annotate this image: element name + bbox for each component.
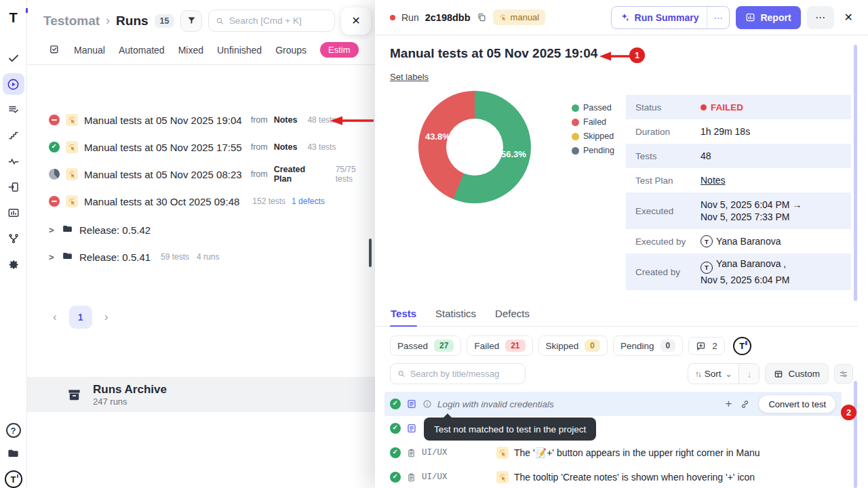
help-icon[interactable]: ?	[6, 423, 21, 438]
filter-button[interactable]	[180, 10, 202, 32]
legend-label: Skipped	[583, 131, 614, 141]
assignee-avatar[interactable]: T	[733, 337, 751, 355]
runs-nav-icon[interactable]	[3, 73, 24, 95]
report-button[interactable]: Report	[736, 6, 800, 29]
detail-scrollbar-bottom[interactable]	[854, 381, 857, 488]
search-input[interactable]	[229, 16, 328, 26]
testomat-logo-icon[interactable]: T	[3, 7, 24, 28]
info-icon	[422, 399, 432, 409]
tab-unfinished[interactable]: Unfinished	[217, 45, 262, 56]
release-title[interactable]: Release: 0.5.41	[79, 251, 151, 263]
release-row[interactable]: > Release: 0.5.42	[27, 216, 375, 243]
close-panel-button[interactable]: ✕	[341, 7, 371, 35]
test-passed-icon	[390, 472, 401, 483]
run-summary-button[interactable]: Run Summary	[612, 7, 707, 28]
run-title[interactable]: Manual tests at 05 Nov 2025 17:55	[84, 142, 242, 153]
settings-gear-icon[interactable]	[3, 253, 24, 275]
run-title[interactable]: Manual tests at 05 Nov 2025 19:04	[84, 115, 242, 126]
test-list-icon[interactable]	[3, 99, 24, 121]
detail-scrollbar-top[interactable]	[854, 45, 857, 301]
annotation-marker-1: 1	[629, 47, 645, 63]
run-row[interactable]: Manual tests at 05 Nov 2025 17:55 from N…	[27, 134, 375, 161]
prev-page-button[interactable]: ‹	[53, 310, 57, 324]
branch-icon[interactable]	[3, 228, 24, 249]
runs-archive-row[interactable]: Runs Archive 247 runs	[27, 377, 375, 412]
test-title[interactable]: The tooltip 'Create notes' is shown when…	[514, 472, 755, 483]
select-all-icon[interactable]	[49, 44, 60, 56]
sort-arrows-icon: ↑↓	[695, 369, 701, 379]
tab-manual[interactable]: Manual	[74, 45, 105, 56]
breadcrumb-project[interactable]: Testomat	[43, 14, 100, 28]
more-actions-button[interactable]: ⋯	[807, 6, 834, 29]
chip-count: 21	[505, 340, 525, 352]
global-search[interactable]	[208, 9, 335, 32]
release-row[interactable]: > Release: 0.5.41 59 tests 4 runs	[27, 243, 375, 270]
tab-mixed[interactable]: Mixed	[178, 45, 203, 56]
tests-value: 48	[701, 150, 711, 161]
from-label: from	[251, 169, 268, 179]
custom-columns-button[interactable]: Custom	[765, 363, 829, 384]
tab-defects[interactable]: Defects	[494, 304, 530, 326]
run-title[interactable]: Manual tests at 05 Nov 2025 08:23	[84, 169, 242, 180]
expand-chevron-icon[interactable]: >	[49, 225, 56, 235]
view-settings-button[interactable]	[834, 364, 853, 384]
manual-badge-label: manual	[511, 12, 540, 22]
run-summary-more-button[interactable]: ⋯	[707, 7, 729, 28]
page-1-button[interactable]: 1	[69, 306, 92, 329]
run-title[interactable]: Manual tests at 30 Oct 2025 09:48	[84, 196, 239, 207]
close-detail-button[interactable]: ✕	[840, 11, 857, 24]
tab-groups[interactable]: Groups	[275, 45, 307, 56]
copy-icon[interactable]	[477, 12, 487, 22]
sort-label: Sort	[705, 369, 722, 379]
run-type-tabs: Manual Automated Mixed Unfinished Groups…	[27, 35, 375, 65]
tasks-check-icon[interactable]	[3, 47, 24, 69]
status-value: FAILED	[711, 102, 743, 113]
list-scrollbar[interactable]	[369, 239, 372, 267]
legend-dot-pending	[572, 147, 579, 155]
set-labels-link[interactable]: Set labels	[390, 72, 429, 82]
docs-folder-icon[interactable]	[3, 442, 24, 464]
test-row[interactable]: Login with invalid credentials + Convert…	[384, 392, 842, 416]
folder-icon	[62, 250, 73, 264]
import-icon[interactable]	[3, 176, 24, 198]
chip-count: 0	[585, 340, 600, 352]
analytics-icon[interactable]	[3, 202, 24, 224]
test-row[interactable]: UI/UX The '📝+' button appears in the upp…	[384, 441, 842, 465]
filter-chip-passed[interactable]: Passed27	[390, 336, 461, 356]
run-defects-link[interactable]: 1 defects	[292, 197, 325, 206]
add-icon[interactable]: +	[726, 397, 732, 411]
report-chart-icon	[745, 12, 755, 22]
tests-search[interactable]	[390, 363, 526, 384]
expand-chevron-icon[interactable]: >	[49, 252, 56, 262]
sort-button[interactable]: ↑↓ Sort ⌄	[688, 364, 739, 384]
link-icon[interactable]	[740, 399, 750, 409]
funnel-icon	[186, 16, 197, 26]
test-plan-link[interactable]: Notes	[701, 175, 726, 186]
test-title[interactable]: The '📝+' button appears in the upper rig…	[514, 447, 760, 458]
sort-direction-button[interactable]: ↓	[738, 364, 759, 384]
run-row[interactable]: Manual tests at 05 Nov 2025 08:23 from C…	[27, 161, 375, 188]
run-detail-title: Manual tests at 05 Nov 2025 19:04	[390, 46, 597, 61]
release-title[interactable]: Release: 0.5.42	[79, 224, 151, 236]
convert-to-test-button[interactable]: Convert to test	[758, 394, 836, 413]
filter-chip-failed[interactable]: Failed21	[467, 336, 532, 356]
filter-chip-skipped[interactable]: Skipped0	[538, 336, 608, 356]
test-title[interactable]: Login with invalid credentials	[437, 399, 554, 409]
filter-chip-pending[interactable]: Pending0	[613, 336, 683, 356]
user-avatar[interactable]: T	[5, 470, 22, 488]
steps-icon[interactable]	[3, 125, 24, 146]
archive-box-icon	[66, 387, 82, 403]
tab-statistics[interactable]: Statistics	[435, 304, 477, 326]
tab-automated[interactable]: Automated	[119, 45, 165, 56]
avatar-initial: T	[705, 262, 709, 274]
filter-chip-comments[interactable]: 2	[688, 337, 725, 355]
tests-search-input[interactable]	[410, 369, 518, 379]
run-row[interactable]: Manual tests at 30 Oct 2025 09:48 152 te…	[27, 188, 375, 215]
next-page-button[interactable]: ›	[104, 310, 108, 324]
breadcrumb-section[interactable]: Runs	[116, 14, 149, 28]
test-row[interactable]: UI/UX The tooltip 'Create notes' is show…	[384, 465, 842, 488]
estimate-badge[interactable]: Estim	[320, 42, 359, 58]
run-row[interactable]: Manual tests at 05 Nov 2025 19:04 from N…	[27, 106, 375, 134]
tab-tests[interactable]: Tests	[390, 304, 417, 326]
pulse-icon[interactable]	[3, 150, 24, 172]
